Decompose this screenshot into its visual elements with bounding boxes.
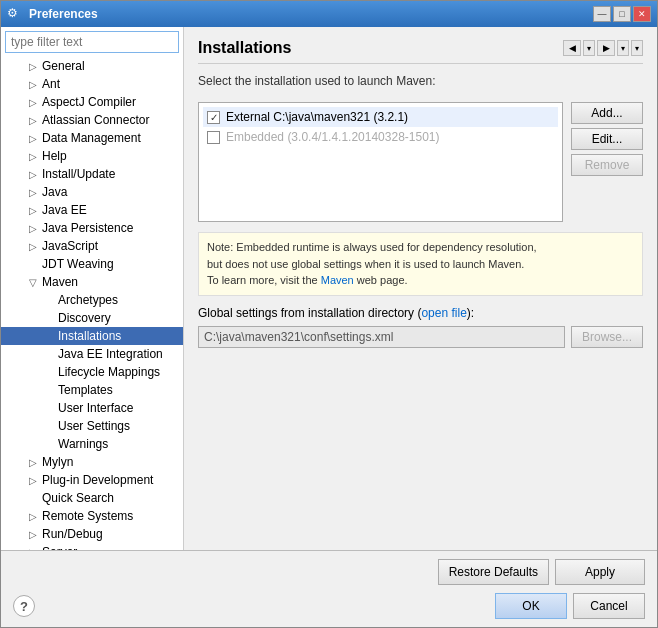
window-icon: ⚙	[7, 6, 23, 22]
install-right: ✓ External C:\java\maven321 (3.2.1) Embe…	[198, 102, 643, 222]
arrow-java-persistence: ▷	[29, 223, 39, 234]
installation-row-embedded[interactable]: Embedded (3.0.4/1.4.1.20140328-1501)	[203, 127, 558, 147]
settings-section: Global settings from installation direct…	[198, 306, 643, 348]
bottom-help-row: ? OK Cancel	[13, 593, 645, 619]
sidebar-item-install-update[interactable]: ▷Install/Update	[1, 165, 183, 183]
sidebar-item-user-settings[interactable]: User Settings	[1, 417, 183, 435]
filter-input[interactable]	[5, 31, 179, 53]
sidebar-item-templates[interactable]: Templates	[1, 381, 183, 399]
arrow-datamgmt: ▷	[29, 133, 39, 144]
arrow-general: ▷	[29, 61, 39, 72]
browse-button[interactable]: Browse...	[571, 326, 643, 348]
ok-button[interactable]: OK	[495, 593, 567, 619]
sidebar-item-installations[interactable]: Installations	[1, 327, 183, 345]
installation-label-external: External C:\java\maven321 (3.2.1)	[226, 110, 408, 124]
nav-forward-button[interactable]: ▶	[597, 40, 615, 56]
sidebar-item-aspectj[interactable]: ▷AspectJ Compiler	[1, 93, 183, 111]
sidebar-item-ee-integration[interactable]: Java EE Integration	[1, 345, 183, 363]
sidebar-item-quick-search[interactable]: Quick Search	[1, 489, 183, 507]
open-file-link[interactable]: open file	[421, 306, 466, 320]
bottom-bar: Restore Defaults Apply ? OK Cancel	[1, 550, 657, 627]
settings-path-input[interactable]	[198, 326, 565, 348]
nav-menu-dropdown[interactable]: ▾	[631, 40, 643, 56]
sidebar-item-warnings[interactable]: Warnings	[1, 435, 183, 453]
sidebar-item-discovery[interactable]: Discovery	[1, 309, 183, 327]
sidebar: ▷General ▷Ant ▷AspectJ Compiler ▷Atlassi…	[1, 27, 184, 550]
note-box: Note: Embedded runtime is always used fo…	[198, 232, 643, 296]
title-bar: ⚙ Preferences — □ ✕	[1, 1, 657, 27]
content-area: ▷General ▷Ant ▷AspectJ Compiler ▷Atlassi…	[1, 27, 657, 550]
preferences-window: ⚙ Preferences — □ ✕ ▷General ▷Ant ▷Aspec…	[0, 0, 658, 628]
close-button[interactable]: ✕	[633, 6, 651, 22]
sidebar-item-plugin-dev[interactable]: ▷Plug-in Development	[1, 471, 183, 489]
installations-list: ✓ External C:\java\maven321 (3.2.1) Embe…	[198, 102, 563, 222]
sidebar-item-help[interactable]: ▷Help	[1, 147, 183, 165]
sidebar-item-jdt-weaving[interactable]: JDT Weaving	[1, 255, 183, 273]
sidebar-item-archetypes[interactable]: Archetypes	[1, 291, 183, 309]
sidebar-item-remote-systems[interactable]: ▷Remote Systems	[1, 507, 183, 525]
sidebar-item-maven[interactable]: ▽Maven	[1, 273, 183, 291]
help-button[interactable]: ?	[13, 595, 35, 617]
maven-link[interactable]: Maven	[321, 274, 354, 286]
sidebar-item-java[interactable]: ▷Java	[1, 183, 183, 201]
main-action-row: Restore Defaults Apply	[13, 559, 645, 585]
minimize-button[interactable]: —	[593, 6, 611, 22]
nav-back-dropdown[interactable]: ▾	[583, 40, 595, 56]
arrow-javascript: ▷	[29, 241, 39, 252]
arrow-maven: ▽	[29, 277, 39, 288]
installation-label-embedded: Embedded (3.0.4/1.4.1.20140328-1501)	[226, 130, 440, 144]
sidebar-item-lifecycle[interactable]: Lifecycle Mappings	[1, 363, 183, 381]
checkbox-external[interactable]: ✓	[207, 111, 220, 124]
nav-forward-dropdown[interactable]: ▾	[617, 40, 629, 56]
apply-button[interactable]: Apply	[555, 559, 645, 585]
sidebar-item-javascript[interactable]: ▷JavaScript	[1, 237, 183, 255]
arrow-ant: ▷	[29, 79, 39, 90]
sidebar-item-run-debug[interactable]: ▷Run/Debug	[1, 525, 183, 543]
select-label: Select the installation used to launch M…	[198, 74, 643, 88]
arrow-mylyn: ▷	[29, 457, 39, 468]
arrow-plugin-dev: ▷	[29, 475, 39, 486]
maximize-button[interactable]: □	[613, 6, 631, 22]
title-controls: — □ ✕	[593, 6, 651, 22]
arrow-atlassian: ▷	[29, 115, 39, 126]
edit-button[interactable]: Edit...	[571, 128, 643, 150]
nav-arrows: ◀ ▾ ▶ ▾ ▾	[563, 40, 643, 56]
tree-area: ▷General ▷Ant ▷AspectJ Compiler ▷Atlassi…	[1, 57, 183, 550]
sidebar-item-java-persistence[interactable]: ▷Java Persistence	[1, 219, 183, 237]
sidebar-item-general[interactable]: ▷General	[1, 57, 183, 75]
arrow-remote-systems: ▷	[29, 511, 39, 522]
installation-row-external[interactable]: ✓ External C:\java\maven321 (3.2.1)	[203, 107, 558, 127]
window-title: Preferences	[29, 7, 98, 21]
title-bar-left: ⚙ Preferences	[7, 6, 98, 22]
checkbox-embedded[interactable]	[207, 131, 220, 144]
sidebar-item-datamgmt[interactable]: ▷Data Management	[1, 129, 183, 147]
arrow-aspectj: ▷	[29, 97, 39, 108]
cancel-button[interactable]: Cancel	[573, 593, 645, 619]
settings-row: Browse...	[198, 326, 643, 348]
arrow-help: ▷	[29, 151, 39, 162]
arrow-install-update: ▷	[29, 169, 39, 180]
sidebar-item-user-interface[interactable]: User Interface	[1, 399, 183, 417]
page-title: Installations	[198, 39, 291, 57]
nav-back-button[interactable]: ◀	[563, 40, 581, 56]
sidebar-item-server[interactable]: ▷Server	[1, 543, 183, 550]
sidebar-item-ant[interactable]: ▷Ant	[1, 75, 183, 93]
sidebar-item-java-ee[interactable]: ▷Java EE	[1, 201, 183, 219]
main-header: Installations ◀ ▾ ▶ ▾ ▾	[198, 39, 643, 64]
main-panel: Installations ◀ ▾ ▶ ▾ ▾ Select the insta…	[184, 27, 657, 550]
sidebar-item-mylyn[interactable]: ▷Mylyn	[1, 453, 183, 471]
arrow-java-ee: ▷	[29, 205, 39, 216]
sidebar-item-atlassian[interactable]: ▷Atlassian Connector	[1, 111, 183, 129]
remove-button[interactable]: Remove	[571, 154, 643, 176]
settings-label: Global settings from installation direct…	[198, 306, 643, 320]
arrow-run-debug: ▷	[29, 529, 39, 540]
restore-defaults-button[interactable]: Restore Defaults	[438, 559, 549, 585]
arrow-java: ▷	[29, 187, 39, 198]
add-button[interactable]: Add...	[571, 102, 643, 124]
installation-buttons: Add... Edit... Remove	[571, 102, 643, 176]
